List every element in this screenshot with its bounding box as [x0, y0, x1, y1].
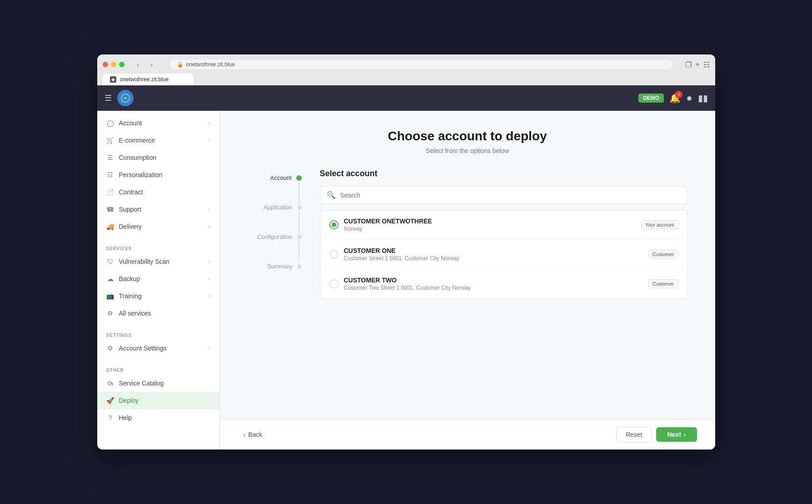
url-text: onetwothree.zit.blue	[186, 61, 235, 68]
sidebar-item-all-services[interactable]: ⚙ All services	[97, 305, 219, 322]
monitor-icon: 📺	[106, 292, 115, 300]
headset-icon: ☎	[106, 205, 115, 213]
account-panel: Select account 🔍	[320, 169, 688, 299]
page-title: Choose account to deploy	[388, 129, 547, 143]
stepper: Account Application Configuration	[247, 169, 302, 299]
account-badge-one: Customer	[648, 250, 678, 259]
next-button[interactable]: Next ›	[656, 427, 697, 442]
radio-inner-onetwothree	[332, 222, 336, 227]
browser-chrome: ‹ › 🔒 onetwothree.zit.blue ❐ + ☷ ◉ onetw…	[97, 54, 715, 85]
cloud-icon: ☁	[106, 275, 115, 283]
sidebar: ◯ Account › 🛒 E-commerce ›	[97, 111, 220, 450]
account-name-two: CUSTOMER TWO	[344, 277, 471, 284]
active-tab[interactable]: ◉ onetwothree.zit.blue	[103, 74, 194, 85]
traffic-lights	[103, 62, 125, 67]
other-section-label: OTHER	[97, 364, 219, 375]
search-box: 🔍	[320, 186, 688, 204]
minimize-button[interactable]	[111, 62, 116, 67]
browser-nav: ‹ ›	[133, 59, 157, 70]
sidebar-section-settings: SETTINGS ⚙ Account Settings ›	[97, 326, 219, 361]
reset-button[interactable]: Reset	[616, 427, 652, 442]
app-header: ☰ DEMO 🔔 2 ● ▮▮	[97, 85, 715, 111]
main-content: ◯ Account › 🛒 E-commerce ›	[97, 111, 715, 450]
chevron-right-icon: ›	[209, 258, 210, 265]
sidebar-item-backup[interactable]: ☁ Backup ›	[97, 270, 219, 287]
header-right: DEMO 🔔 2 ● ▮▮	[638, 92, 707, 104]
step-summary: Summary	[267, 263, 302, 270]
step-application: Application	[264, 204, 302, 211]
sidebar-item-personalization[interactable]: ☷ Personalization	[97, 166, 219, 183]
sliders-icon: ☷	[106, 171, 115, 179]
sidebar-item-contract[interactable]: 📄 Contract	[97, 183, 219, 201]
chevron-right-icon: ›	[209, 293, 210, 299]
chevron-right-icon: ›	[209, 276, 210, 282]
hamburger-menu[interactable]: ☰	[105, 93, 112, 103]
question-icon: ?	[106, 414, 115, 422]
step-configuration-label: Configuration	[257, 233, 292, 240]
notification-badge: 2	[675, 91, 682, 98]
step-summary-dot	[297, 264, 302, 269]
sidebar-item-service-catalog[interactable]: 🛍 Service Catalog	[97, 375, 219, 392]
user-avatar[interactable]: ●	[686, 92, 692, 104]
layout-toggle-icon[interactable]: ▮▮	[698, 93, 708, 104]
back-chevron-icon: ‹	[244, 431, 246, 438]
sidebar-section-other: OTHER 🛍 Service Catalog 🚀 Deploy	[97, 361, 219, 430]
sidebar-item-account-settings[interactable]: ⚙ Account Settings ›	[97, 340, 219, 357]
deploy-layout: Account Application Configuration	[247, 169, 688, 299]
app-logo	[117, 90, 134, 106]
search-input[interactable]	[340, 192, 681, 199]
page-subtitle: Select from the options below	[426, 147, 509, 154]
tabs-icon[interactable]: ☷	[703, 60, 710, 69]
sidebar-item-vulnerability-scan[interactable]: 🛡 Vulnerability Scan ›	[97, 253, 219, 270]
accounts-list: CUSTOMER ONETWOTHREE Norway Your account	[320, 210, 688, 299]
bag-icon: 🛍	[106, 379, 115, 387]
sidebar-item-training[interactable]: 📺 Training ›	[97, 287, 219, 305]
forward-nav-button[interactable]: ›	[146, 59, 157, 70]
account-badge-onetwothree: Your account	[641, 220, 678, 229]
header-left: ☰	[105, 90, 134, 106]
account-row-onetwothree[interactable]: CUSTOMER ONETWOTHREE Norway Your account	[320, 210, 687, 240]
truck-icon: 🚚	[106, 222, 115, 231]
sidebar-item-ecommerce[interactable]: 🛒 E-commerce ›	[97, 132, 219, 149]
settings-section-label: SETTINGS	[97, 329, 219, 340]
radio-two	[329, 279, 339, 288]
select-account-label: Select account	[320, 169, 688, 178]
step-line-2	[299, 211, 299, 233]
rocket-icon: 🚀	[106, 396, 115, 405]
page-main: Choose account to deploy Select from the…	[220, 111, 715, 419]
sidebar-item-delivery[interactable]: 🚚 Delivery ›	[97, 218, 219, 235]
account-address-onetwothree: Norway	[344, 226, 432, 232]
account-name-onetwothree: CUSTOMER ONETWOTHREE	[344, 217, 432, 225]
demo-badge: DEMO	[638, 94, 664, 103]
maximize-button[interactable]	[119, 62, 125, 67]
address-bar[interactable]: 🔒 onetwothree.zit.blue	[169, 59, 674, 70]
page-footer: ‹ Back Reset Next ›	[220, 419, 715, 450]
step-line-3	[299, 240, 299, 263]
account-name-one: CUSTOMER ONE	[344, 247, 459, 254]
browser-controls: ‹ › 🔒 onetwothree.zit.blue ❐ + ☷	[103, 59, 710, 70]
app-layout: ☰ DEMO 🔔 2 ● ▮▮	[97, 85, 715, 450]
footer-right: Reset Next ›	[616, 427, 697, 442]
new-tab-icon[interactable]: +	[695, 60, 699, 69]
account-row-two[interactable]: CUSTOMER TWO Customer Two Street 1 0001,…	[320, 269, 687, 298]
sidebar-item-account[interactable]: ◯ Account ›	[97, 114, 219, 132]
back-button[interactable]: ‹ Back	[238, 427, 268, 442]
sidebar-item-help[interactable]: ? Help	[97, 409, 219, 426]
sidebar-item-deploy[interactable]: 🚀 Deploy	[97, 392, 219, 409]
account-row-one[interactable]: CUSTOMER ONE Customer Street 1 0001, Cus…	[320, 240, 687, 269]
step-account: Account	[270, 174, 302, 181]
radio-one	[329, 250, 339, 259]
sidebar-item-support[interactable]: ☎ Support ›	[97, 201, 219, 218]
close-button[interactable]	[103, 62, 108, 67]
share-icon[interactable]: ❐	[685, 60, 692, 69]
tab-favicon: ◉	[110, 76, 116, 83]
notification-button[interactable]: 🔔 2	[669, 93, 681, 104]
step-account-dot	[296, 175, 302, 181]
gear-icon: ⚙	[106, 344, 115, 352]
chevron-right-icon: ›	[209, 120, 210, 126]
chevron-right-icon: ›	[209, 206, 210, 212]
services-section-label: SERVICES	[97, 242, 219, 253]
shop-icon: 🛒	[106, 136, 115, 144]
sidebar-item-consumption[interactable]: ☰ Consumption	[97, 149, 219, 166]
back-nav-button[interactable]: ‹	[133, 59, 144, 70]
